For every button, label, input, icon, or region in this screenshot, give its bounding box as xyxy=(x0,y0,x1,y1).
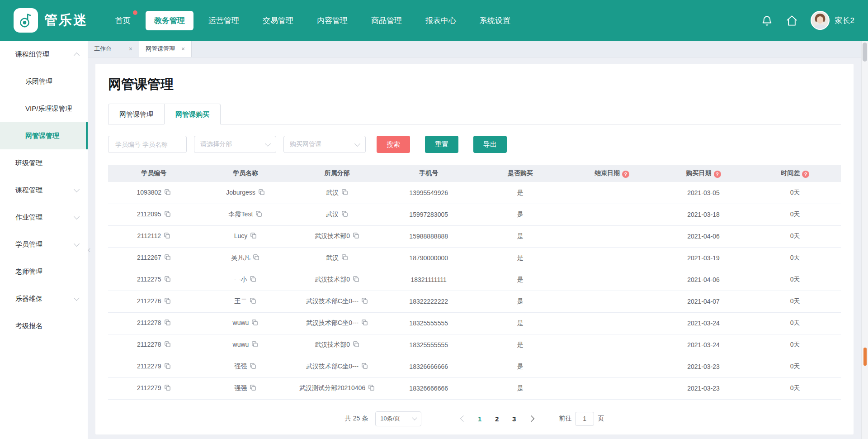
cell-branch: 武汉 xyxy=(291,247,383,269)
copy-icon[interactable] xyxy=(353,276,359,284)
copy-icon[interactable] xyxy=(250,384,256,392)
copy-icon[interactable] xyxy=(164,341,171,349)
sidebar-item[interactable]: 作业管理 xyxy=(0,204,88,231)
cell-id: 2112279 xyxy=(108,377,200,399)
cell-buy-date: 2021-03-23 xyxy=(658,356,750,377)
tab-net-course-manage[interactable]: 网管课管理 xyxy=(108,104,165,124)
cell-value: 2112095 xyxy=(137,210,161,218)
sidebar-item[interactable]: VIP/乐理课管理 xyxy=(0,95,88,122)
keyword-input[interactable] xyxy=(108,136,187,153)
copy-icon[interactable] xyxy=(353,341,359,349)
nav-item[interactable]: 首页 xyxy=(107,11,139,30)
sidebar-item[interactable]: 网管课管理 xyxy=(0,122,88,149)
copy-icon[interactable] xyxy=(341,189,348,197)
sidebar-item[interactable]: 学员管理 xyxy=(0,231,88,258)
copy-icon[interactable] xyxy=(164,297,171,305)
copy-icon[interactable] xyxy=(164,232,170,240)
nav-item[interactable]: 商品管理 xyxy=(363,11,410,30)
avatar[interactable] xyxy=(811,11,830,30)
copy-icon[interactable] xyxy=(164,189,171,197)
scrollbar-track[interactable] xyxy=(861,41,868,439)
cell-diff: 0天 xyxy=(749,312,841,334)
cell-value: 18326666666 xyxy=(409,363,448,370)
copy-icon[interactable] xyxy=(341,210,348,219)
nav-item[interactable]: 教务管理 xyxy=(146,11,193,30)
copy-icon[interactable] xyxy=(164,210,171,219)
help-icon[interactable]: ? xyxy=(714,171,721,178)
sidebar-item-label: 网管课管理 xyxy=(25,132,59,140)
copy-icon[interactable] xyxy=(250,276,256,284)
page-size-select[interactable]: 10条/页 xyxy=(375,411,421,426)
close-icon[interactable]: × xyxy=(181,45,185,52)
search-button[interactable]: 搜索 xyxy=(377,136,410,153)
copy-icon[interactable] xyxy=(253,254,259,262)
cell-buy-date: 2021-03-24 xyxy=(658,312,750,334)
page-number[interactable]: 1 xyxy=(472,415,487,423)
sidebar-item[interactable]: 课程组管理 xyxy=(0,41,88,68)
sidebar-item[interactable]: 乐器维保 xyxy=(0,285,88,312)
select-placeholder: 购买网管课 xyxy=(290,140,321,148)
close-icon[interactable]: × xyxy=(129,45,132,52)
tab-label: 网管课购买 xyxy=(175,110,209,118)
tag-net-course[interactable]: 网管课管理 × xyxy=(139,41,192,57)
copy-icon[interactable] xyxy=(164,319,171,327)
sidebar-item[interactable]: 考级报名 xyxy=(0,312,88,339)
sidebar-collapse-handle[interactable]: ‹ xyxy=(85,238,93,261)
tag-workbench[interactable]: 工作台 × xyxy=(88,41,139,57)
nav-item[interactable]: 交易管理 xyxy=(254,11,302,30)
home-icon[interactable] xyxy=(786,14,798,27)
nav-item[interactable]: 系统设置 xyxy=(471,11,519,30)
cell-value: 武汉技术部C坐0--- xyxy=(306,363,359,370)
copy-icon[interactable] xyxy=(251,319,258,327)
sidebar-item-label: 乐团管理 xyxy=(25,77,52,86)
copy-icon[interactable] xyxy=(250,297,256,305)
nav-item[interactable]: 内容管理 xyxy=(308,11,356,30)
copy-icon[interactable] xyxy=(258,189,265,197)
copy-icon[interactable] xyxy=(361,319,368,327)
chevron-up-icon xyxy=(74,52,80,58)
copy-icon[interactable] xyxy=(164,276,171,284)
sidebar-item[interactable]: 乐团管理 xyxy=(0,68,88,95)
page-number[interactable]: 3 xyxy=(506,415,522,423)
column-header-label: 是否购买 xyxy=(508,169,533,177)
copy-icon[interactable] xyxy=(164,363,171,371)
copy-icon[interactable] xyxy=(164,254,171,262)
pagination: 共 25 条 10条/页 123 前往 页 xyxy=(108,411,841,426)
copy-icon[interactable] xyxy=(255,210,262,219)
course-select[interactable]: 购买网管课 xyxy=(283,136,366,153)
next-page-icon[interactable] xyxy=(528,415,534,422)
app-logo[interactable] xyxy=(14,8,38,33)
bell-icon[interactable] xyxy=(761,14,773,27)
help-icon[interactable]: ? xyxy=(802,171,809,178)
copy-icon[interactable] xyxy=(361,297,368,305)
sidebar-item[interactable]: 班级管理 xyxy=(0,149,88,177)
copy-icon[interactable] xyxy=(353,232,359,240)
export-button[interactable]: 导出 xyxy=(473,136,507,153)
sidebar-item[interactable]: 老师管理 xyxy=(0,258,88,285)
cell-buy-date: 2021-03-23 xyxy=(658,377,750,399)
cell-value: 武汉 xyxy=(326,254,339,261)
navbar-right: 家长2 xyxy=(761,11,854,30)
sidebar-item[interactable]: 课程管理 xyxy=(0,177,88,204)
reset-button[interactable]: 重置 xyxy=(425,136,458,153)
copy-icon[interactable] xyxy=(250,363,256,371)
help-icon[interactable]: ? xyxy=(622,171,629,178)
copy-icon[interactable] xyxy=(251,341,258,349)
copy-icon[interactable] xyxy=(164,384,171,392)
scrollbar-thumb[interactable] xyxy=(863,43,867,62)
table-row: 2112276王二武汉技术部C坐0---18322222222是2021-04-… xyxy=(108,291,841,312)
column-header-label: 学员名称 xyxy=(233,169,258,177)
nav-item[interactable]: 运营管理 xyxy=(200,11,248,30)
branch-select[interactable]: 请选择分部 xyxy=(194,136,276,153)
tab-net-course-purchase[interactable]: 网管课购买 xyxy=(164,104,221,124)
copy-icon[interactable] xyxy=(250,232,257,240)
cell-end-date xyxy=(566,291,658,312)
copy-icon[interactable] xyxy=(368,384,375,392)
nav-item[interactable]: 报表中心 xyxy=(417,11,465,30)
cell-value: 0天 xyxy=(790,341,800,348)
goto-page-input[interactable] xyxy=(575,412,594,426)
page-number[interactable]: 2 xyxy=(489,415,505,423)
user-name[interactable]: 家长2 xyxy=(835,15,854,26)
copy-icon[interactable] xyxy=(361,363,368,371)
copy-icon[interactable] xyxy=(341,254,348,262)
